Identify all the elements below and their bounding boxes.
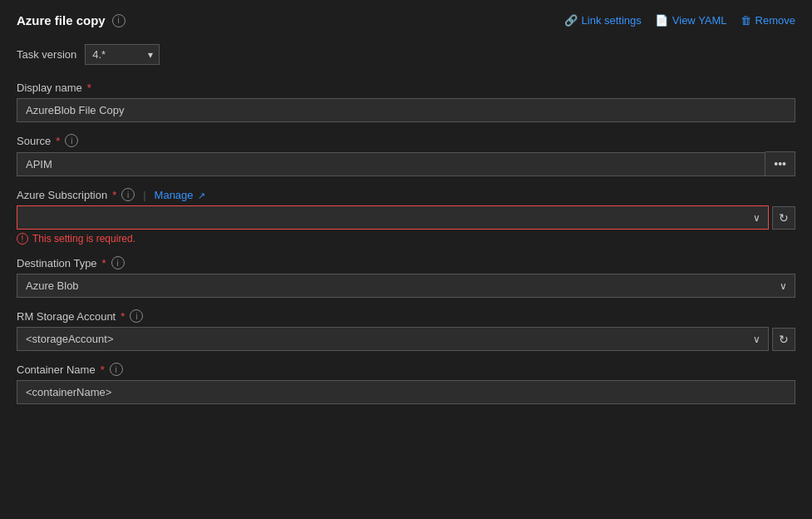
display-name-label: Display name * xyxy=(17,82,795,94)
azure-subscription-wrapper: ↻ xyxy=(17,205,795,230)
rm-storage-account-refresh-button[interactable]: ↻ xyxy=(772,328,795,351)
rm-storage-account-info-icon[interactable]: i xyxy=(130,309,143,323)
source-ellipsis-button[interactable]: ••• xyxy=(765,151,795,176)
source-label: Source * i xyxy=(17,134,795,147)
azure-subscription-refresh-button[interactable]: ↻ xyxy=(772,206,795,230)
destination-type-info-icon[interactable]: i xyxy=(111,256,125,269)
error-message-text: This setting is required. xyxy=(32,233,135,245)
header-right: 🔗 Link settings 📄 View YAML 🗑 Remove xyxy=(564,14,795,27)
rm-storage-account-row: RM Storage Account * i ↻ xyxy=(17,309,795,351)
remove-label: Remove xyxy=(755,14,795,27)
azure-subscription-label: Azure Subscription * i | Manage ↗ xyxy=(17,188,795,201)
manage-label-text: Manage xyxy=(155,189,194,201)
link-settings-button[interactable]: 🔗 Link settings xyxy=(564,14,642,27)
task-version-wrapper: 4.* 3.* 2.* 1.* xyxy=(85,44,160,65)
display-name-input[interactable] xyxy=(17,98,795,122)
azure-subscription-required: * xyxy=(112,189,116,201)
trash-icon: 🗑 xyxy=(741,14,751,27)
container-name-required: * xyxy=(101,363,105,376)
rm-storage-account-label: RM Storage Account * i xyxy=(17,309,795,323)
source-row: Source * i ••• xyxy=(17,134,795,176)
destination-type-select[interactable]: Azure Blob Azure VMs xyxy=(17,274,795,298)
view-yaml-button[interactable]: 📄 View YAML xyxy=(655,14,727,27)
error-circle-icon: ! xyxy=(17,233,28,245)
azure-subscription-info-icon[interactable]: i xyxy=(121,188,135,201)
container-name-info-icon[interactable]: i xyxy=(110,363,123,376)
main-container: Azure file copy i 🔗 Link settings 📄 View… xyxy=(0,0,812,429)
source-info-icon[interactable]: i xyxy=(65,134,78,147)
remove-button[interactable]: 🗑 Remove xyxy=(741,14,795,27)
display-name-row: Display name * xyxy=(17,82,795,122)
link-settings-label: Link settings xyxy=(582,14,642,27)
document-icon: 📄 xyxy=(655,14,668,27)
destination-type-label: Destination Type * i xyxy=(17,256,795,269)
manage-link[interactable]: Manage ↗ xyxy=(155,189,206,201)
pipe-separator: | xyxy=(143,189,145,201)
container-name-label: Container Name * i xyxy=(17,363,795,376)
azure-subscription-error: ! This setting is required. xyxy=(17,233,795,245)
display-name-required: * xyxy=(87,82,91,94)
azure-subscription-label-text: Azure Subscription xyxy=(17,189,107,201)
source-required: * xyxy=(56,135,60,147)
destination-type-label-text: Destination Type xyxy=(17,257,97,269)
header: Azure file copy i 🔗 Link settings 📄 View… xyxy=(17,13,795,27)
task-version-select[interactable]: 4.* 3.* 2.* 1.* xyxy=(85,44,160,65)
view-yaml-label: View YAML xyxy=(672,14,727,27)
source-label-text: Source xyxy=(17,135,51,147)
title-info-icon[interactable]: i xyxy=(112,14,125,27)
container-name-input[interactable] xyxy=(17,380,795,404)
azure-subscription-row: Azure Subscription * i | Manage ↗ ↻ ! Th… xyxy=(17,188,795,245)
rm-storage-account-label-text: RM Storage Account xyxy=(17,310,116,323)
storage-row: ↻ xyxy=(17,327,795,351)
display-name-label-text: Display name xyxy=(17,82,82,94)
link-icon: 🔗 xyxy=(564,14,578,27)
destination-type-required: * xyxy=(102,257,106,269)
container-name-row: Container Name * i xyxy=(17,363,795,404)
azure-subscription-container xyxy=(17,205,769,230)
header-left: Azure file copy i xyxy=(17,13,125,27)
container-name-label-text: Container Name xyxy=(17,363,96,376)
source-input[interactable] xyxy=(17,152,765,176)
destination-type-row: Destination Type * i Azure Blob Azure VM… xyxy=(17,256,795,298)
task-version-row: Task version 4.* 3.* 2.* 1.* xyxy=(17,44,795,65)
rm-storage-account-input[interactable] xyxy=(17,327,769,351)
azure-subscription-select[interactable] xyxy=(17,205,769,230)
storage-input-container xyxy=(17,327,769,351)
external-link-icon: ↗ xyxy=(198,190,205,200)
rm-storage-account-required: * xyxy=(121,310,125,323)
task-version-label: Task version xyxy=(17,48,76,61)
page-title: Azure file copy xyxy=(17,13,106,27)
source-input-wrapper: ••• xyxy=(17,151,795,176)
destination-type-container: Azure Blob Azure VMs xyxy=(17,274,795,298)
